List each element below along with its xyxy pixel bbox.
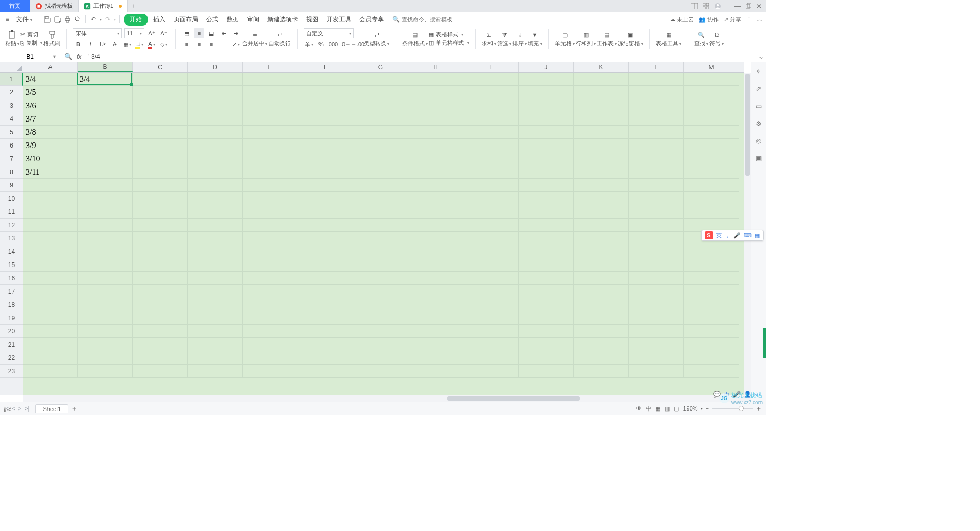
cell[interactable] (133, 165, 188, 179)
cell[interactable] (78, 285, 133, 298)
cell[interactable] (463, 285, 519, 298)
bold-icon[interactable]: B (73, 39, 83, 50)
cell[interactable] (629, 298, 684, 311)
number-format-select[interactable]: 自定义▾ (304, 28, 354, 38)
type-convert-button[interactable]: ⇄类型转换 (364, 30, 389, 47)
align-top-icon[interactable]: ⬒ (182, 28, 192, 38)
row-header[interactable]: 18 (0, 298, 23, 311)
cell[interactable] (519, 179, 574, 192)
zoom-icon[interactable]: 🔍 (64, 53, 72, 60)
cell[interactable] (243, 112, 298, 126)
ime-skin-icon[interactable]: ▦ (755, 232, 760, 239)
cell[interactable] (188, 219, 243, 232)
cell[interactable] (23, 179, 78, 192)
cell[interactable] (353, 351, 408, 365)
formula-input[interactable]: ' 3/4 (85, 53, 756, 60)
cell[interactable] (243, 139, 298, 152)
search-input[interactable] (402, 16, 463, 22)
cell[interactable] (463, 365, 519, 378)
row-header[interactable]: 22 (0, 351, 23, 365)
cell[interactable] (188, 298, 243, 311)
cell[interactable] (463, 139, 519, 152)
cell[interactable] (133, 86, 188, 99)
cell[interactable]: 3/4 (78, 73, 133, 86)
cell[interactable] (629, 152, 684, 165)
tab-home[interactable]: 首页 (0, 0, 30, 12)
filter-button[interactable]: ⧩筛选 (497, 30, 511, 47)
new-tab-button[interactable]: ＋ (128, 0, 140, 12)
cell[interactable] (353, 179, 408, 192)
align-bottom-icon[interactable]: ⬓ (206, 28, 216, 38)
cell[interactable] (574, 219, 629, 232)
cell[interactable] (629, 365, 684, 378)
cell[interactable] (78, 338, 133, 351)
cell[interactable] (519, 232, 574, 245)
zoom-slider[interactable] (712, 408, 753, 409)
cell[interactable] (133, 99, 188, 112)
cell[interactable] (243, 152, 298, 165)
cell[interactable] (408, 219, 463, 232)
cell[interactable] (298, 325, 353, 338)
cell[interactable] (684, 126, 739, 139)
cell[interactable] (298, 338, 353, 351)
scrollbar-thumb[interactable] (447, 396, 580, 401)
column-header[interactable]: C (133, 62, 188, 72)
cell[interactable] (463, 112, 519, 126)
column-header[interactable]: F (298, 62, 353, 72)
more-icon[interactable]: ⋮ (746, 16, 752, 23)
cell[interactable] (78, 205, 133, 219)
column-header[interactable]: J (519, 62, 574, 72)
cell[interactable]: 3/7 (23, 112, 78, 126)
cell[interactable] (408, 285, 463, 298)
cell[interactable] (243, 99, 298, 112)
row-header[interactable]: 12 (0, 219, 23, 232)
cell[interactable] (188, 365, 243, 378)
cell[interactable] (243, 298, 298, 311)
cell-button[interactable]: ▢单元格 (555, 30, 575, 47)
cell[interactable] (353, 298, 408, 311)
cell[interactable] (408, 258, 463, 272)
cell[interactable] (463, 205, 519, 219)
cell[interactable] (298, 245, 353, 258)
cell[interactable] (133, 152, 188, 165)
cell-effect-icon[interactable]: ◇ (159, 39, 169, 50)
cell[interactable] (243, 258, 298, 272)
cell[interactable] (463, 272, 519, 285)
cell[interactable] (519, 86, 574, 99)
cell[interactable] (463, 298, 519, 311)
cell[interactable] (574, 73, 629, 86)
cell[interactable] (78, 126, 133, 139)
paste-button[interactable]: 粘贴 (5, 30, 19, 47)
cell[interactable] (353, 99, 408, 112)
cell[interactable] (463, 192, 519, 205)
cell[interactable] (23, 192, 78, 205)
cell[interactable] (519, 285, 574, 298)
row-header[interactable]: 11 (0, 205, 23, 219)
align-middle-icon[interactable]: ≡ (194, 28, 204, 38)
cell[interactable] (629, 325, 684, 338)
menu-start[interactable]: 开始 (124, 14, 148, 26)
cell[interactable] (684, 86, 739, 99)
fx-icon[interactable]: fx (77, 53, 81, 60)
expand-formula-icon[interactable]: ⌄ (756, 53, 766, 60)
font-size-select[interactable]: 11▾ (124, 28, 144, 38)
cell[interactable] (574, 351, 629, 365)
cell[interactable] (629, 219, 684, 232)
cell[interactable] (78, 192, 133, 205)
cell[interactable] (519, 245, 574, 258)
align-left-icon[interactable]: ≡ (182, 39, 192, 50)
cell[interactable] (463, 258, 519, 272)
cell[interactable] (188, 73, 243, 86)
cell[interactable] (78, 165, 133, 179)
cell[interactable] (298, 165, 353, 179)
sheet-tab[interactable]: Sheet1 (35, 404, 68, 413)
cell[interactable] (353, 152, 408, 165)
view-normal-icon[interactable]: ▦ (655, 405, 660, 412)
sort-button[interactable]: ↧排序 (512, 30, 527, 47)
cell[interactable] (408, 86, 463, 99)
cell[interactable] (353, 311, 408, 325)
cell[interactable] (408, 112, 463, 126)
cell[interactable] (353, 325, 408, 338)
cell[interactable] (463, 165, 519, 179)
eye-icon[interactable]: 👁 (636, 405, 642, 412)
